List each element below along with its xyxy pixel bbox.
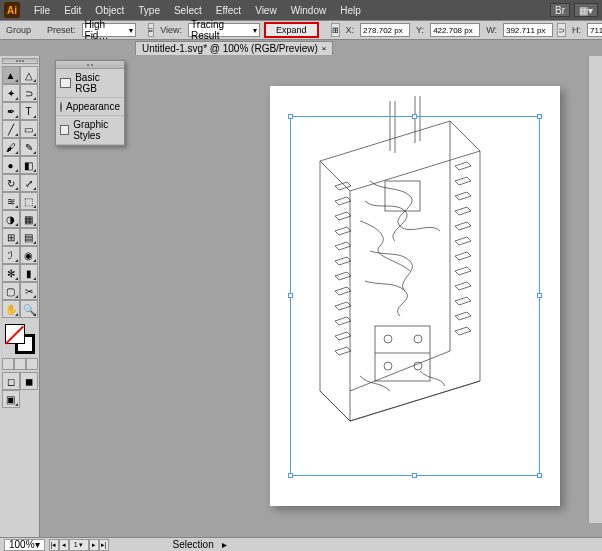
bridge-button[interactable]: Br xyxy=(550,3,570,17)
tools-panel: ▲ △ ✦ ⊃ ✒ T ╱ ▭ 🖌 ✎ ● ◧ xyxy=(0,56,40,537)
symbol-sprayer-tool[interactable]: ✻ xyxy=(2,264,20,282)
blend-tool[interactable]: ◉ xyxy=(20,246,38,264)
selection-handle[interactable] xyxy=(412,114,417,119)
h-input[interactable] xyxy=(587,23,602,37)
w-input[interactable] xyxy=(503,23,553,37)
document-tab-bar: Untitled-1.svg* @ 100% (RGB/Preview) × xyxy=(0,40,602,56)
artboard-number[interactable]: 1 ▾ xyxy=(69,539,89,551)
panel-appearance[interactable]: Appearance xyxy=(56,98,124,116)
pen-tool[interactable]: ✒ xyxy=(2,102,20,120)
selection-tool[interactable]: ▲ xyxy=(2,66,20,84)
shape-builder-tool[interactable]: ◑ xyxy=(2,210,20,228)
y-label: Y: xyxy=(414,25,426,35)
expand-button[interactable]: Expand xyxy=(264,22,319,38)
draw-behind-tool[interactable]: ◼ xyxy=(20,372,38,390)
eraser-tool[interactable]: ◧ xyxy=(20,156,38,174)
doc-profile-icon xyxy=(60,78,71,88)
lasso-tool[interactable]: ⊃ xyxy=(20,84,38,102)
menu-view[interactable]: View xyxy=(249,3,283,18)
line-tool[interactable]: ╱ xyxy=(2,120,20,138)
draw-normal-tool[interactable]: ◻ xyxy=(2,372,20,390)
perspective-grid-tool[interactable]: ▦ xyxy=(20,210,38,228)
preset-select[interactable]: High Fid… xyxy=(82,23,136,37)
blob-brush-tool[interactable]: ● xyxy=(2,156,20,174)
selection-handle[interactable] xyxy=(537,114,542,119)
next-artboard[interactable]: ▸ xyxy=(89,539,99,551)
menu-bar: Ai File Edit Object Type Select Effect V… xyxy=(0,0,602,20)
view-label: View: xyxy=(158,25,184,35)
panel-grip[interactable] xyxy=(2,58,38,64)
vertical-scrollbar[interactable] xyxy=(588,56,602,523)
type-tool[interactable]: T xyxy=(20,102,38,120)
menu-edit[interactable]: Edit xyxy=(58,3,87,18)
column-graph-tool[interactable]: ▮ xyxy=(20,264,38,282)
panel-graphic-styles[interactable]: Graphic Styles xyxy=(56,116,124,145)
reference-point-icon[interactable]: ⊞ xyxy=(331,23,340,37)
menu-object[interactable]: Object xyxy=(89,3,130,18)
zoom-indicator[interactable]: 100% ▾ xyxy=(4,539,45,551)
color-mode-btn[interactable] xyxy=(2,358,14,370)
eyedropper-tool[interactable]: ℐ xyxy=(2,246,20,264)
control-bar: Group Preset: High Fid… ≡ View: Tracing … xyxy=(0,20,602,40)
slice-tool[interactable]: ✂ xyxy=(20,282,38,300)
magic-wand-tool[interactable]: ✦ xyxy=(2,84,20,102)
status-bar: 100% ▾ |◂ ◂ 1 ▾ ▸ ▸| Selection ▸ xyxy=(0,537,602,551)
h-label: H: xyxy=(570,25,583,35)
mesh-tool[interactable]: ⊞ xyxy=(2,228,20,246)
arrange-button[interactable]: ▦▾ xyxy=(574,3,598,17)
selection-handle[interactable] xyxy=(288,473,293,478)
paintbrush-tool[interactable]: 🖌 xyxy=(2,138,20,156)
scale-tool[interactable]: ⤢ xyxy=(20,174,38,192)
floating-panel[interactable]: Basic RGB Appearance Graphic Styles xyxy=(55,60,125,146)
gradient-tool[interactable]: ▤ xyxy=(20,228,38,246)
graphic-styles-icon xyxy=(60,125,69,135)
free-transform-tool[interactable]: ⬚ xyxy=(20,192,38,210)
direct-selection-tool[interactable]: △ xyxy=(20,66,38,84)
selection-bounding-box xyxy=(290,116,540,476)
selection-handle[interactable] xyxy=(537,293,542,298)
pencil-tool[interactable]: ✎ xyxy=(20,138,38,156)
next-artboard-last[interactable]: ▸| xyxy=(99,539,109,551)
hand-tool[interactable]: ✋ xyxy=(2,300,20,318)
rectangle-tool[interactable]: ▭ xyxy=(20,120,38,138)
panel-doc-info[interactable]: Basic RGB xyxy=(56,69,124,98)
canvas-area[interactable]: Basic RGB Appearance Graphic Styles xyxy=(40,56,602,537)
zoom-tool[interactable]: 🔍 xyxy=(20,300,38,318)
prev-artboard[interactable]: ◂ xyxy=(59,539,69,551)
document-tab[interactable]: Untitled-1.svg* @ 100% (RGB/Preview) × xyxy=(135,41,333,55)
color-controls xyxy=(2,322,38,356)
x-input[interactable] xyxy=(360,23,410,37)
x-label: X: xyxy=(344,25,357,35)
selection-handle[interactable] xyxy=(288,114,293,119)
selection-handle[interactable] xyxy=(412,473,417,478)
prev-artboard-first[interactable]: |◂ xyxy=(49,539,59,551)
menu-select[interactable]: Select xyxy=(168,3,208,18)
w-label: W: xyxy=(484,25,499,35)
none-mode-btn[interactable] xyxy=(26,358,38,370)
menu-help[interactable]: Help xyxy=(334,3,367,18)
status-mode: Selection xyxy=(173,539,214,550)
group-label: Group xyxy=(4,25,33,35)
fill-color[interactable] xyxy=(5,324,25,344)
appearance-icon xyxy=(60,102,62,112)
link-wh-icon[interactable]: ⊃ xyxy=(557,23,566,37)
selection-handle[interactable] xyxy=(537,473,542,478)
menu-type[interactable]: Type xyxy=(132,3,166,18)
menu-effect[interactable]: Effect xyxy=(210,3,247,18)
gradient-mode-btn[interactable] xyxy=(14,358,26,370)
artboard-tool[interactable]: ▢ xyxy=(2,282,20,300)
close-icon[interactable]: × xyxy=(322,44,327,53)
selection-handle[interactable] xyxy=(288,293,293,298)
app-logo: Ai xyxy=(4,2,20,18)
rotate-tool[interactable]: ↻ xyxy=(2,174,20,192)
width-tool[interactable]: ≋ xyxy=(2,192,20,210)
view-select[interactable]: Tracing Result xyxy=(188,23,260,37)
document-tab-name: Untitled-1.svg* @ 100% (RGB/Preview) xyxy=(142,43,318,54)
panel-header[interactable] xyxy=(56,61,124,69)
menu-file[interactable]: File xyxy=(28,3,56,18)
y-input[interactable] xyxy=(430,23,480,37)
menu-window[interactable]: Window xyxy=(285,3,333,18)
menu-icon[interactable]: ≡ xyxy=(148,23,155,37)
screen-mode-tool[interactable]: ▣ xyxy=(2,390,20,408)
status-dropdown-icon[interactable]: ▸ xyxy=(222,539,227,550)
